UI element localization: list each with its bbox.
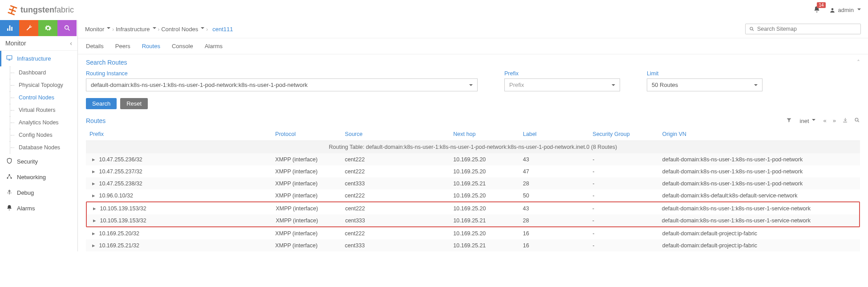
table-row: ▸ 10.96.0.10/32XMPP (interface)cent22210…: [86, 189, 860, 201]
svg-rect-2: [7, 56, 12, 59]
sidebar-collapse-icon[interactable]: ‹: [70, 40, 72, 47]
expand-row-icon[interactable]: ▸: [89, 156, 97, 163]
page-next-icon[interactable]: »: [833, 117, 836, 124]
sidebar-subitem-database-nodes[interactable]: Database Nodes: [0, 141, 77, 154]
routes-table: PrefixProtocolSourceNext hopLabelSecurit…: [86, 128, 860, 201]
sidebar-subitem-virtual-routers[interactable]: Virtual Routers: [0, 104, 77, 116]
expand-row-icon[interactable]: ▸: [89, 180, 97, 187]
monitor-icon: [6, 55, 12, 62]
routes-header: Routes inet « »: [78, 114, 868, 128]
bell-icon: [6, 205, 12, 212]
highlighted-rows: ▸ 10.105.139.153/32XMPP (interface)cent2…: [86, 201, 860, 227]
table-row: ▸ 10.169.25.20/32XMPP (interface)cent222…: [86, 227, 860, 239]
table-row: ▸ 10.105.139.153/32XMPP (interface)cent2…: [87, 202, 859, 214]
expand-row-icon[interactable]: ▸: [90, 217, 98, 224]
breadcrumb: Monitor › Infrastructure › Control Nodes…: [78, 20, 868, 38]
expand-row-icon[interactable]: ▸: [89, 168, 97, 175]
limit-dropdown[interactable]: 50 Routes: [647, 78, 763, 91]
search-routes-title: Search Routes: [86, 59, 127, 66]
debug-icon: [6, 189, 12, 197]
svg-point-6: [8, 193, 8, 193]
table-row: ▸ 10.47.255.238/32XMPP (interface)cent33…: [86, 177, 860, 189]
user-name: admin: [838, 7, 854, 13]
top-right: 14 admin: [813, 6, 861, 14]
search-sitemap[interactable]: [745, 24, 861, 34]
breadcrumb-current[interactable]: cent111: [212, 26, 233, 33]
prefix-label: Prefix: [504, 70, 620, 77]
caret-down-icon: [812, 119, 815, 123]
search-sitemap-input[interactable]: [757, 26, 857, 32]
column-header[interactable]: Protocol: [272, 128, 341, 141]
routing-instance-dropdown[interactable]: default-domain:k8s-ns-user-1:k8s-ns-user…: [86, 78, 478, 91]
column-header[interactable]: Prefix: [86, 128, 272, 141]
download-icon[interactable]: [842, 117, 848, 124]
column-header[interactable]: Security Group: [589, 128, 659, 141]
expand-row-icon[interactable]: ▸: [89, 242, 97, 249]
sidebar-subitem-dashboard[interactable]: Dashboard: [0, 66, 77, 79]
expand-row-icon[interactable]: ▸: [90, 205, 98, 212]
page-first-icon[interactable]: «: [823, 117, 827, 124]
breadcrumb-link[interactable]: Control Nodes: [161, 26, 204, 33]
routing-instance-label: Routing Instance: [86, 70, 478, 77]
breadcrumb-link[interactable]: Infrastructure: [116, 26, 156, 33]
nav-settings-button[interactable]: [38, 20, 57, 36]
nav-monitor-button[interactable]: [0, 20, 19, 36]
notifications-button[interactable]: 14: [813, 6, 820, 14]
reset-button[interactable]: Reset: [120, 98, 148, 109]
tab-routes[interactable]: Routes: [142, 43, 160, 49]
sidebar-item-debug[interactable]: Debug: [0, 185, 77, 201]
brand: tungstenfabric: [7, 5, 74, 16]
sidebar-title: Monitor: [5, 40, 26, 47]
filter-icon[interactable]: [786, 117, 792, 124]
tab-alarms[interactable]: Alarms: [205, 43, 223, 49]
sidebar-subitem-config-nodes[interactable]: Config Nodes: [0, 129, 77, 141]
sidebar-item-label: Security: [17, 158, 38, 165]
expand-row-icon[interactable]: ▸: [89, 192, 97, 199]
column-header[interactable]: Next hop: [450, 128, 519, 141]
routes-title: Routes: [86, 117, 105, 124]
svg-point-1: [65, 26, 68, 29]
top-bar: tungstenfabric 14 admin: [0, 0, 868, 20]
column-header[interactable]: Source: [341, 128, 450, 141]
brand-light: fabric: [54, 5, 74, 14]
tab-peers[interactable]: Peers: [115, 43, 130, 49]
svg-point-9: [855, 118, 858, 121]
column-header[interactable]: Origin VN: [659, 128, 860, 141]
nav-search-button[interactable]: [57, 20, 77, 36]
svg-point-8: [750, 27, 753, 30]
brand-logo-icon: [7, 5, 18, 16]
sidebar-item-alarms[interactable]: Alarms: [0, 201, 77, 216]
sidebar-item-infrastructure[interactable]: Infrastructure: [0, 51, 77, 66]
gear-icon: [45, 25, 52, 32]
content-area: Monitor › Infrastructure › Control Nodes…: [78, 20, 868, 251]
sidebar-item-networking[interactable]: Networking: [0, 169, 77, 185]
caret-down-icon: [201, 27, 204, 31]
sidebar-subitem-control-nodes[interactable]: Control Nodes: [0, 91, 77, 104]
table-row: ▸ 10.169.25.21/32XMPP (interface)cent333…: [86, 239, 860, 251]
sidebar-item-label: Alarms: [17, 205, 35, 212]
expand-row-icon[interactable]: ▸: [89, 230, 97, 237]
user-icon: [829, 7, 836, 13]
sidebar-subitem-physical-topology[interactable]: Physical Topology: [0, 79, 77, 91]
shield-icon: [6, 158, 12, 165]
prefix-dropdown[interactable]: Prefix: [504, 78, 620, 91]
user-menu[interactable]: admin: [829, 7, 861, 13]
tab-details[interactable]: Details: [86, 43, 104, 49]
search-button[interactable]: Search: [86, 98, 117, 109]
column-header[interactable]: Label: [519, 128, 589, 141]
table-type-dropdown[interactable]: inet: [800, 118, 815, 124]
collapse-chevron-icon[interactable]: ˄: [857, 59, 860, 66]
tab-console[interactable]: Console: [172, 43, 193, 49]
sidebar-item-security[interactable]: Security: [0, 154, 77, 169]
magnify-icon[interactable]: [854, 117, 860, 124]
caret-down-icon: [857, 8, 861, 12]
limit-label: Limit: [647, 70, 763, 77]
sidebar-subitem-analytics-nodes[interactable]: Analytics Nodes: [0, 116, 77, 129]
breadcrumb-separator: ›: [112, 26, 114, 33]
group-row: Routing Table: default-domain:k8s-ns-use…: [86, 141, 860, 154]
nav-config-button[interactable]: [19, 20, 38, 36]
breadcrumb-separator: ›: [206, 26, 208, 33]
filter-row: Routing Instance default-domain:k8s-ns-u…: [78, 70, 868, 96]
breadcrumb-link[interactable]: Monitor: [85, 26, 110, 33]
sidebar-item-label: Debug: [17, 189, 34, 196]
